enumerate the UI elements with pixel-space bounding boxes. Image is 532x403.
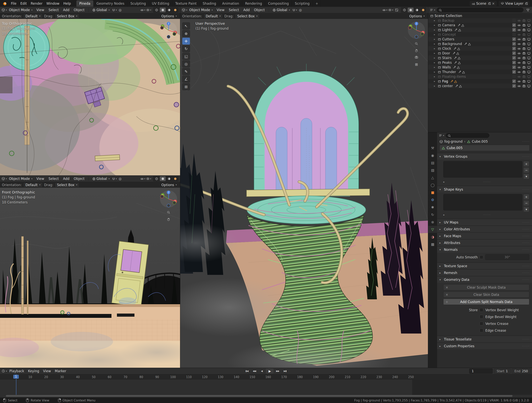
transform-orientation-select[interactable]: Global▾ bbox=[271, 7, 291, 13]
scene-selector[interactable]: Scene × bbox=[470, 1, 497, 6]
mode-select[interactable]: Object Mode▾ bbox=[188, 7, 214, 13]
zoom-icon[interactable] bbox=[415, 42, 418, 46]
viewport-display-icon[interactable] bbox=[527, 70, 531, 74]
properties-tab-icon[interactable]: ◉ bbox=[428, 152, 437, 159]
properties-tab-icon[interactable]: ⚙ bbox=[428, 196, 437, 203]
panel-header[interactable]: ▸Attributes······ bbox=[437, 239, 532, 246]
exclude-checkbox[interactable]: ✓ bbox=[512, 19, 516, 22]
viewport-display-icon[interactable] bbox=[527, 28, 531, 31]
transport-button[interactable]: ◀◀ bbox=[251, 369, 258, 374]
outliner-row[interactable]: ▸ Door ✓ bbox=[428, 51, 532, 56]
remove-vertex-group-button[interactable]: − bbox=[523, 167, 529, 173]
hide-eye-icon[interactable] bbox=[517, 47, 521, 50]
camera-render-icon[interactable] bbox=[522, 38, 526, 41]
workspace-tab[interactable]: Scripting bbox=[292, 0, 313, 7]
transform-orientation-select[interactable]: Global▾ bbox=[91, 176, 111, 181]
viewport-display-icon[interactable] bbox=[527, 75, 531, 78]
camera-render-icon[interactable] bbox=[522, 80, 526, 83]
camera-view-icon[interactable] bbox=[415, 56, 418, 59]
hide-eye-icon[interactable] bbox=[517, 28, 521, 31]
shading-rendered-icon[interactable] bbox=[172, 8, 178, 12]
expand-arrow-icon[interactable]: ▸ bbox=[434, 61, 437, 64]
shading-wireframe-icon[interactable] bbox=[401, 8, 407, 12]
shading-wireframe-icon[interactable] bbox=[153, 176, 159, 181]
hide-eye-icon[interactable] bbox=[517, 84, 521, 88]
new-view-layer-icon[interactable] bbox=[525, 2, 528, 5]
editor-type-icon[interactable]: ▾ bbox=[1, 7, 7, 13]
menu-view[interactable]: View bbox=[34, 176, 46, 182]
proportional-editing-icon[interactable]: ◎ bbox=[298, 7, 303, 13]
viewport-display-icon[interactable] bbox=[527, 56, 531, 60]
start-frame-field[interactable]: Start1 bbox=[494, 369, 510, 374]
expand-arrow-icon[interactable]: ▸ bbox=[434, 24, 437, 26]
auto-smooth-angle-field[interactable]: 30° bbox=[485, 254, 529, 260]
snap-toggle-icon[interactable]: ▾ bbox=[111, 176, 117, 181]
vertex-group-specials-button[interactable]: ▾ bbox=[523, 174, 529, 179]
pan-hand-icon[interactable] bbox=[167, 217, 171, 221]
unlink-scene-icon[interactable]: × bbox=[492, 1, 495, 6]
hide-eye-icon[interactable] bbox=[517, 19, 521, 22]
panel-header[interactable]: ▾Normals······ bbox=[437, 246, 532, 253]
properties-tab-icon[interactable]: ⊗ bbox=[428, 219, 437, 226]
outliner-row[interactable]: ▸ Backup ✓ bbox=[428, 18, 532, 23]
camera-render-icon[interactable] bbox=[522, 61, 526, 64]
vertex-groups-list[interactable] bbox=[443, 161, 522, 177]
panel-header[interactable]: ▸Texture Space······ bbox=[437, 263, 532, 269]
outliner-row[interactable]: ▸ center ✓ bbox=[428, 84, 532, 88]
editor-type-icon[interactable]: ▾ bbox=[1, 176, 7, 181]
navigation-gizmo[interactable] bbox=[160, 21, 177, 52]
viewport-display-icon[interactable] bbox=[527, 47, 531, 50]
timeline-menu[interactable]: Marker bbox=[53, 368, 68, 374]
outliner-row[interactable]: ▸ Peaks ✓ bbox=[428, 60, 532, 65]
exclude-checkbox[interactable]: ✓ bbox=[512, 65, 516, 69]
tool-button[interactable]: ⊞ bbox=[182, 83, 190, 90]
panel-header[interactable]: ▸Custom Properties······ bbox=[437, 343, 532, 349]
hide-eye-icon[interactable] bbox=[517, 56, 521, 60]
outliner-row[interactable]: ▸ Camera ✓ bbox=[428, 23, 532, 27]
viewport-canvas-main[interactable]: User Perspective (1) Fog | fog-ground ↖⊕… bbox=[180, 19, 428, 368]
breadcrumb-object[interactable]: fog-ground bbox=[444, 139, 462, 143]
overlays-icon[interactable]: ▾ bbox=[388, 7, 393, 13]
hide-eye-icon[interactable] bbox=[517, 66, 521, 69]
workspace-tab[interactable]: Sculpting bbox=[127, 0, 149, 7]
exclude-checkbox[interactable]: ✓ bbox=[512, 70, 516, 74]
exclude-checkbox[interactable]: ✓ bbox=[512, 51, 516, 55]
expand-arrow-icon[interactable]: ▸ bbox=[434, 47, 437, 50]
show-object-types-icon[interactable]: ▾ bbox=[140, 7, 146, 13]
show-object-types-icon[interactable]: ▾ bbox=[382, 7, 388, 13]
drag-select[interactable]: Select Box▾ bbox=[235, 14, 260, 19]
add-shape-key-button[interactable]: + bbox=[523, 194, 529, 200]
properties-tab-icon[interactable]: ▩ bbox=[428, 241, 437, 248]
camera-render-icon[interactable] bbox=[522, 28, 526, 31]
add-custom-split-normals-button[interactable]: +Add Custom Split Normals Data bbox=[443, 299, 529, 305]
panel-header[interactable]: ▸Face Maps······ bbox=[437, 233, 532, 239]
transform-orientation-select[interactable]: Global▾ bbox=[91, 7, 111, 13]
outliner-row[interactable]: ▸ Stairs ✓ bbox=[428, 56, 532, 60]
outliner-row[interactable]: ▸ Clock ✓ bbox=[428, 46, 532, 51]
transport-button[interactable]: ▮◀ bbox=[244, 369, 250, 374]
shape-keys-list[interactable] bbox=[443, 194, 522, 210]
panel-header[interactable]: ▾Vertex Groups······ bbox=[437, 153, 532, 160]
mode-select[interactable]: Object Mode▾ bbox=[7, 176, 34, 181]
tool-button[interactable]: ∠ bbox=[182, 76, 190, 83]
edge-crease-checkbox[interactable] bbox=[480, 328, 483, 332]
menubar-item[interactable]: Edit bbox=[18, 1, 29, 6]
menubar-item[interactable]: Render bbox=[29, 1, 44, 6]
tool-button[interactable]: ✎ bbox=[182, 68, 190, 75]
shape-key-specials-button[interactable]: ▾ bbox=[523, 207, 529, 212]
outliner-row-scene-collection[interactable]: Scene Collection bbox=[428, 13, 532, 18]
exclude-checkbox[interactable]: ✓ bbox=[512, 84, 516, 88]
clear-sculpt-mask-data-button[interactable]: ×Clear Sculpt Mask Data bbox=[443, 284, 529, 290]
overlays-icon[interactable]: ▾ bbox=[146, 176, 152, 181]
orientation-select[interactable]: Default▾ bbox=[23, 183, 43, 188]
camera-render-icon[interactable] bbox=[522, 33, 526, 36]
expand-arrow-icon[interactable]: ▸ bbox=[434, 57, 437, 59]
properties-tab-icon[interactable]: △ bbox=[428, 174, 437, 181]
overlays-icon[interactable]: ▾ bbox=[146, 7, 152, 13]
breadcrumb-data[interactable]: Cube.005 bbox=[472, 139, 488, 143]
view-layer-selector[interactable]: View Layer bbox=[499, 1, 530, 6]
hide-eye-icon[interactable] bbox=[517, 80, 521, 83]
expand-arrow-icon[interactable]: ▸ bbox=[434, 38, 437, 41]
remove-shape-key-button[interactable]: − bbox=[523, 200, 529, 206]
exclude-checkbox[interactable]: ✓ bbox=[512, 56, 516, 60]
